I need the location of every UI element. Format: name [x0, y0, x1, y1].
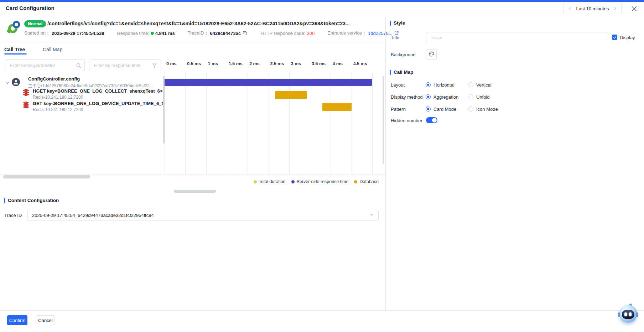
trace-id-select[interactable]: 2025-09-29 17:45:54_6429c94473acade32d1f… [27, 210, 379, 221]
green-status-dot-icon [151, 32, 154, 35]
gridline [185, 72, 186, 175]
timeline-tick-label: 0.5 ms [187, 61, 201, 66]
tab-call-tree[interactable]: Call Tree [4, 47, 25, 52]
legend-dot-icon [354, 180, 357, 183]
radio-vertical-label: Vertical [476, 82, 492, 88]
chevron-down-icon[interactable] [5, 80, 10, 85]
footer-divider [0, 310, 644, 311]
radio-icon-mode[interactable] [468, 107, 473, 111]
confirm-button[interactable]: Confirm [7, 315, 27, 325]
legend-item: Total duration [254, 179, 286, 184]
timeline-tick-label: 2 ms [249, 61, 260, 66]
radio-horizontal-label: Horizontal [433, 82, 455, 88]
layout-option-row: Layout Horizontal Vertical [391, 82, 547, 88]
timeline-tick-label: 0 ms [166, 61, 177, 66]
layout-label: Layout [391, 82, 405, 88]
palette-icon [429, 51, 435, 58]
redis-icon [22, 101, 30, 109]
horizontal-scrollbar-thumb[interactable] [3, 175, 90, 178]
chart-legend: Total durationServer-side response timeD… [254, 179, 379, 184]
filter-icon[interactable] [152, 63, 158, 68]
robot-eye [624, 312, 627, 316]
tab-call-map[interactable]: Call Map [43, 47, 62, 52]
request-meta-row: Started on： 2025-09-29 17:45:54.538 Resp… [24, 30, 399, 36]
robot-face [622, 310, 634, 319]
app-logo [6, 19, 22, 35]
active-tab-indicator [4, 53, 27, 55]
chevron-right-icon[interactable] [613, 6, 617, 11]
radio-unfold-label: Unfold [476, 94, 490, 100]
background-color-button[interactable] [426, 49, 437, 60]
legend-label: Server-side response time [297, 179, 349, 184]
legend-item: Database [354, 179, 379, 184]
timeline-tick-label: 3.5 ms [312, 61, 326, 66]
gridline [227, 72, 227, 175]
legend-label: Database [359, 179, 379, 184]
display-checkbox[interactable] [612, 35, 617, 40]
assistant-robot-icon[interactable] [618, 304, 638, 324]
response-time: Response time: 4.841 ms [117, 31, 175, 36]
card-title-input[interactable] [426, 32, 608, 43]
waterfall-bar-database[interactable] [322, 103, 352, 111]
horizontal-scrollbar-thumb[interactable] [174, 190, 216, 193]
chevron-left-icon[interactable] [568, 6, 572, 11]
legend-label: Total duration [259, 179, 286, 184]
waterfall-bar-server[interactable] [165, 79, 372, 86]
gridline [165, 72, 165, 175]
section-header-call-map: Call Map [390, 69, 414, 75]
hidden-number-label: Hidden number [391, 118, 422, 123]
timeline-tick-label: 3 ms [291, 61, 301, 66]
chevron-down-icon [370, 213, 374, 218]
timeline-tick-label: 1 ms [208, 61, 218, 66]
radio-unfold[interactable] [468, 94, 473, 99]
background-label: Background [391, 52, 415, 57]
vertical-scrollbar-thumb[interactable] [383, 76, 384, 164]
filter-response-time-input[interactable] [89, 59, 161, 71]
page-title: Card Configuration [6, 5, 54, 11]
timeline-tick-label: 2.5 ms [270, 61, 284, 66]
radio-icon-mode-label: Icon Mode [476, 107, 498, 112]
radio-vertical[interactable] [468, 82, 473, 87]
divider [0, 42, 385, 42]
time-range-label: Last 10 minutes [576, 6, 609, 11]
pattern-label: Pattern [391, 107, 406, 112]
service-icon [12, 78, 20, 86]
timeline-tick-label: 4.5 ms [353, 61, 367, 66]
robot-ear [618, 312, 620, 317]
tree-row-name[interactable]: ConfigController.config [28, 76, 164, 82]
radio-card-mode[interactable] [426, 107, 431, 111]
hidden-number-toggle[interactable] [426, 117, 437, 123]
section-header-content-configuration: Content Configuration [4, 198, 59, 203]
tree-row-name[interactable]: GET key<BONREE_ONE_LOG_DEVICE_UPDATE_TIM… [33, 101, 164, 106]
entrance-service-link[interactable]: 1dd22576... [368, 31, 393, 36]
tree-row-name[interactable]: HGET key<BONREE_ONE_LOG_COLLECT_shenxqTe… [33, 88, 164, 94]
gridline [206, 72, 207, 175]
legend-dot-icon [291, 180, 295, 183]
waterfall-grid [165, 72, 384, 175]
gridline [352, 72, 352, 175]
close-icon[interactable] [630, 5, 638, 12]
request-url: /controller/logs/v1/config?dc=1&envid=sh… [47, 21, 382, 26]
radio-aggregation[interactable] [426, 94, 431, 99]
divider [0, 175, 385, 175]
timeline-tick-label: 4 ms [332, 61, 343, 66]
display-method-option-row: Display method Aggregation Unfold [391, 94, 547, 100]
search-icon[interactable] [76, 63, 82, 68]
display-method-label: Display method [391, 94, 423, 100]
copy-icon[interactable] [242, 31, 248, 36]
cancel-button[interactable]: Cancel [36, 315, 55, 325]
gridline [269, 72, 269, 175]
time-range-picker[interactable]: Last 10 minutes [564, 3, 622, 14]
vertical-scrollbar-thumb[interactable] [163, 76, 165, 144]
top-accent-bar [0, 0, 644, 2]
legend-item: Server-side response time [291, 179, 349, 184]
title-label: Title [391, 35, 399, 40]
filter-name-input[interactable] [5, 59, 85, 71]
status-badge: Normal [24, 20, 46, 27]
http-response-code: HTTP response code: 200 [260, 31, 315, 36]
waterfall-bar-database[interactable] [275, 91, 307, 99]
redis-icon [22, 89, 30, 97]
radio-horizontal[interactable] [426, 82, 431, 87]
trace-id-selected-value: 2025-09-29 17:45:54_6429c94473acade32d1f… [32, 213, 154, 218]
panel-divider [385, 17, 386, 310]
